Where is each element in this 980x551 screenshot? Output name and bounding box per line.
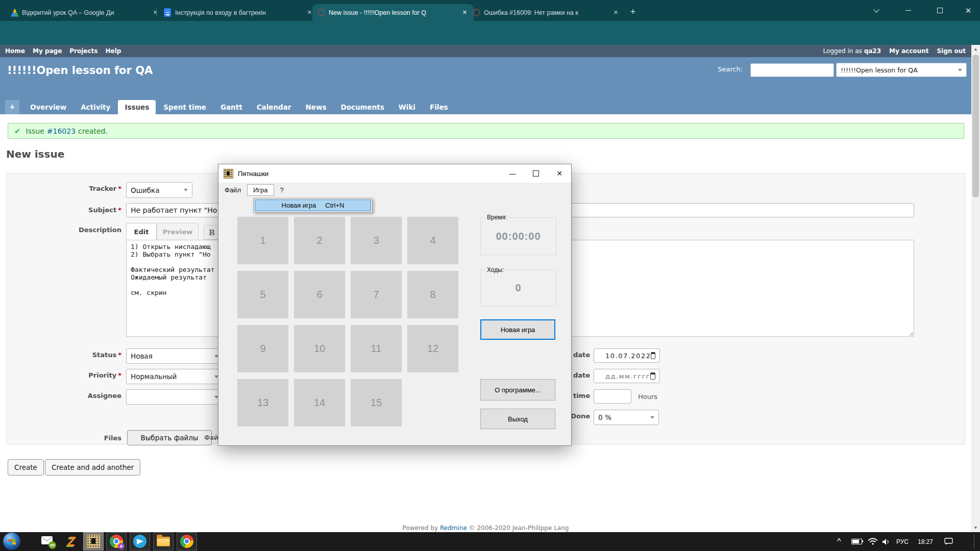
clock[interactable]: 18:27 (918, 532, 933, 551)
puzzle-tile[interactable]: 1 (237, 217, 288, 264)
puzzle-tile[interactable]: 7 (351, 271, 402, 318)
browser-tab-4[interactable]: Ошибка #16009: Нет рамки на к ✕ (468, 4, 625, 21)
puzzle-tile[interactable]: 11 (351, 325, 402, 372)
scrollbar-thumb[interactable] (972, 55, 979, 197)
language-indicator[interactable]: РУС (896, 532, 909, 551)
menu-projects[interactable]: Projects (69, 47, 97, 55)
tab-calendar[interactable]: Calendar (250, 100, 298, 114)
taskbar-puzzle-app-active[interactable] (83, 532, 104, 550)
menu-home[interactable]: Home (5, 47, 25, 55)
flash-text-suffix: created. (78, 127, 108, 135)
action-center-icon[interactable] (944, 532, 953, 551)
window-minimize-button[interactable] (896, 0, 920, 21)
status-label: Status* (0, 351, 121, 359)
tab-wiki[interactable]: Wiki (392, 100, 422, 114)
menu-my-page[interactable]: My page (33, 47, 62, 55)
puzzle-tile[interactable]: 12 (407, 325, 458, 372)
speaker-icon[interactable] (882, 532, 890, 551)
taskbar-chrome[interactable] (177, 532, 197, 550)
start-date-input[interactable]: 10.07.2022 (594, 348, 660, 363)
puzzle-tile[interactable]: 3 (351, 217, 402, 264)
subject-label: Subject* (0, 206, 121, 214)
tab-news[interactable]: News (299, 100, 333, 114)
puzzle-tile[interactable]: 13 (237, 379, 288, 427)
puzzle-tile[interactable]: 14 (294, 379, 345, 427)
tab-search-chevron-icon[interactable] (865, 0, 888, 21)
window-close-button[interactable]: ✕ (957, 0, 980, 21)
exit-button[interactable]: Выход (480, 409, 555, 429)
menu-file[interactable]: Файл (218, 184, 247, 196)
search-input[interactable] (750, 63, 834, 77)
puzzle-tile[interactable]: 2 (294, 217, 345, 264)
taskbar-chrome-profile[interactable]: A (106, 532, 127, 550)
browser-tab-3-active[interactable]: New issue - !!!!!!Open lesson for Q ✕ (312, 4, 474, 21)
menu-help[interactable]: Help (106, 47, 121, 55)
priority-select[interactable]: Нормальный (126, 369, 223, 384)
game-minimize-button[interactable]: — (501, 164, 524, 183)
taskbar-zona-icon[interactable]: Z (61, 532, 82, 550)
description-edit-tab[interactable]: Edit (126, 223, 157, 240)
puzzle-tile[interactable]: 6 (294, 271, 345, 318)
calendar-icon[interactable] (651, 352, 655, 359)
status-select[interactable]: Новая (126, 348, 223, 364)
puzzle-tile[interactable]: 4 (407, 217, 458, 264)
puzzle-tile[interactable]: 15 (351, 379, 402, 427)
sign-out-link[interactable]: Sign out (937, 47, 966, 55)
tab-overview[interactable]: Overview (23, 100, 73, 114)
window-restore-button[interactable] (928, 0, 951, 21)
battery-icon[interactable] (851, 532, 862, 551)
start-button[interactable] (3, 533, 20, 550)
game-close-button[interactable]: ✕ (548, 164, 571, 183)
browser-tab-2[interactable]: Інструкція по входу в багтрекін ✕ (158, 4, 318, 21)
description-preview-tab[interactable]: Preview (157, 223, 199, 240)
my-account-link[interactable]: My account (889, 47, 928, 55)
menu-help[interactable]: ? (274, 184, 290, 196)
description-label: Description (0, 226, 121, 234)
assignee-select[interactable] (126, 389, 223, 405)
tracker-select[interactable]: Ошибка (126, 182, 192, 198)
game-maximize-button[interactable] (524, 164, 548, 183)
due-date-input[interactable]: дд.мм.гггг (594, 369, 660, 383)
about-button[interactable]: О программе... (480, 379, 555, 400)
tab-documents[interactable]: Documents (334, 100, 390, 114)
scroll-up-icon[interactable]: ▲ (971, 45, 980, 54)
taskbar-mail-icon[interactable]: 99 (37, 532, 57, 550)
menu-game-open[interactable]: Игра (247, 184, 274, 196)
done-ratio-select[interactable]: 0 % (594, 410, 659, 425)
fifteen-puzzle-window[interactable]: Пятнашки — ✕ Файл Игра ? Новая играCtrl+… (218, 164, 572, 446)
browser-tab-1[interactable]: Відкритий урок QA – Google Ди ✕ (6, 4, 164, 21)
puzzle-tile[interactable]: 10 (294, 325, 345, 372)
show-desktop-divider[interactable] (974, 534, 974, 549)
new-game-button[interactable]: Новая игра (480, 319, 555, 340)
create-and-add-button[interactable]: Create and add another (45, 459, 140, 475)
tab-activity[interactable]: Activity (74, 100, 117, 114)
puzzle-tile[interactable]: 8 (407, 271, 458, 318)
quick-add-tab[interactable]: + (5, 100, 19, 114)
redmine-link[interactable]: Redmine (440, 524, 467, 532)
tray-chevron-icon[interactable]: ^ (837, 532, 841, 551)
chevron-down-icon (958, 69, 962, 71)
scroll-down-icon[interactable]: ▼ (971, 523, 980, 532)
flash-text-prefix: Issue (26, 127, 44, 135)
new-tab-button[interactable]: + (627, 6, 639, 18)
project-jump-select[interactable]: !!!!!!Open lesson for QA (836, 63, 967, 77)
page-scrollbar[interactable]: ▲ ▼ (971, 45, 980, 532)
issue-link[interactable]: #16023 (47, 127, 76, 135)
choose-files-button[interactable]: Выбрать файлы (127, 430, 212, 445)
wifi-icon[interactable] (868, 532, 878, 551)
tab-close-icon[interactable]: ✕ (611, 8, 620, 17)
estimated-time-input[interactable] (594, 389, 631, 404)
new-game-menu-item[interactable]: Новая играCtrl+N (255, 199, 371, 211)
tab-spent-time[interactable]: Spent time (157, 100, 213, 114)
taskbar-telegram[interactable] (130, 532, 150, 550)
tab-gantt[interactable]: Gantt (214, 100, 249, 114)
game-title-bar[interactable]: Пятнашки — ✕ (218, 164, 571, 183)
calendar-icon[interactable] (650, 372, 655, 380)
puzzle-tile[interactable]: 5 (237, 271, 288, 318)
puzzle-tile[interactable]: 9 (237, 325, 288, 372)
tab-files[interactable]: Files (423, 100, 455, 114)
taskbar-explorer[interactable] (153, 532, 174, 550)
puzzle-empty-slot (407, 379, 458, 427)
tab-issues[interactable]: Issues (118, 100, 156, 114)
create-button[interactable]: Create (8, 459, 44, 475)
